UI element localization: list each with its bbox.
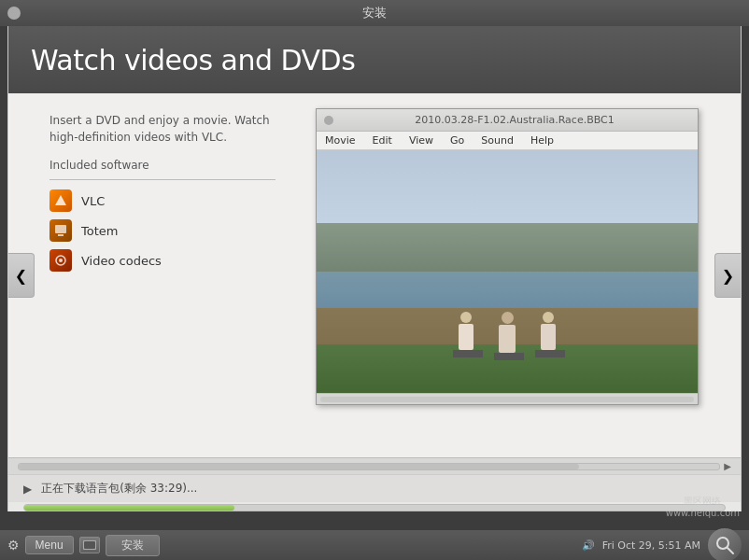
svg-line-8 (728, 548, 733, 553)
play-icon: ▶ (23, 483, 32, 496)
codec-icon (49, 249, 72, 272)
scroll-track (320, 397, 694, 402)
window-title: 安装 (362, 5, 387, 21)
chevron-left-icon: ❮ (15, 267, 27, 285)
progress-bar-container (23, 504, 726, 511)
svg-marker-0 (55, 195, 66, 205)
video-menubar: Movie Edit View Go Sound Help (317, 132, 698, 150)
horizontal-scrollbar[interactable] (18, 463, 720, 470)
svg-point-7 (717, 538, 728, 549)
scroll-area[interactable] (317, 393, 698, 404)
menu-button[interactable]: Menu (25, 536, 74, 554)
figure-1 (453, 312, 479, 357)
taskbar: ⚙ Menu 安装 🔊 Fri Oct 29, 5:51 AM (0, 530, 749, 560)
svg-rect-1 (55, 225, 66, 233)
nav-arrow-left[interactable]: ❮ (8, 253, 35, 298)
chevron-right-icon: ❯ (722, 267, 734, 285)
totem-label: Totem (81, 224, 118, 238)
video-codecs-label: Video codecs (81, 254, 162, 268)
svg-point-4 (59, 259, 63, 262)
vlc-icon (49, 189, 72, 212)
taskbar-time: Fri Oct 29, 5:51 AM (602, 539, 700, 552)
divider (49, 179, 276, 180)
progress-area: ▶ 正在下载语言包(剩余 33:29)... (8, 474, 741, 502)
video-title-text: 2010.03.28-F1.02.Australia.Race.BBC1 (339, 114, 690, 126)
window-switcher-button[interactable] (79, 537, 100, 553)
install-button[interactable]: 安装 (106, 535, 160, 556)
header: Watch videos and DVDs (8, 26, 741, 93)
volume-icon: 🔊 (582, 539, 595, 552)
included-label: Included software (49, 159, 276, 172)
menu-help[interactable]: Help (528, 133, 557, 147)
content-area: ❮ Insert a DVD and enjoy a movie. Watchh… (8, 93, 741, 457)
close-button[interactable] (7, 7, 21, 20)
menu-edit[interactable]: Edit (370, 133, 395, 147)
menu-sound[interactable]: Sound (478, 133, 516, 147)
taskbar-logo (708, 528, 742, 560)
page-title: Watch videos and DVDs (31, 44, 355, 77)
list-item: Totem (49, 219, 276, 242)
totem-icon (49, 219, 72, 242)
menu-movie[interactable]: Movie (322, 133, 359, 147)
right-panel: 2010.03.28-F1.02.Australia.Race.BBC1 Mov… (298, 93, 741, 457)
video-title-bar: 2010.03.28-F1.02.Australia.Race.BBC1 (317, 109, 698, 132)
svg-rect-6 (84, 541, 95, 549)
watermark: 黑区网络www.heiqu.com (666, 495, 740, 519)
figure-3 (535, 312, 561, 357)
figure-2 (494, 312, 520, 357)
description-text: Insert a DVD and enjoy a movie. Watchhig… (49, 112, 276, 146)
software-list: VLC Totem Video codecs (49, 189, 276, 272)
progress-bar-fill (24, 505, 234, 511)
menu-go[interactable]: Go (447, 133, 467, 147)
video-window: 2010.03.28-F1.02.Australia.Race.BBC1 Mov… (316, 108, 699, 405)
list-item: VLC (49, 189, 276, 212)
video-figures (453, 312, 561, 357)
left-panel: Insert a DVD and enjoy a movie. Watchhig… (8, 93, 298, 457)
window-controls (7, 7, 21, 20)
video-content (317, 150, 698, 393)
menu-view[interactable]: View (406, 133, 436, 147)
svg-rect-2 (58, 234, 64, 236)
progress-text: 正在下载语言包(剩余 33:29)... (41, 481, 197, 497)
bottom-scroll-bar: ▶ (8, 457, 741, 474)
taskbar-right: 🔊 Fri Oct 29, 5:51 AM (582, 528, 742, 560)
scroll-right-btn[interactable]: ▶ (724, 461, 731, 471)
vlc-label: VLC (81, 194, 105, 208)
list-item: Video codecs (49, 249, 276, 272)
main-window: Watch videos and DVDs ❮ Insert a DVD and… (7, 26, 742, 511)
nav-arrow-right[interactable]: ❯ (714, 253, 741, 298)
video-window-dot (324, 116, 333, 125)
title-bar: 安装 (0, 0, 749, 26)
gear-icon[interactable]: ⚙ (7, 538, 20, 553)
